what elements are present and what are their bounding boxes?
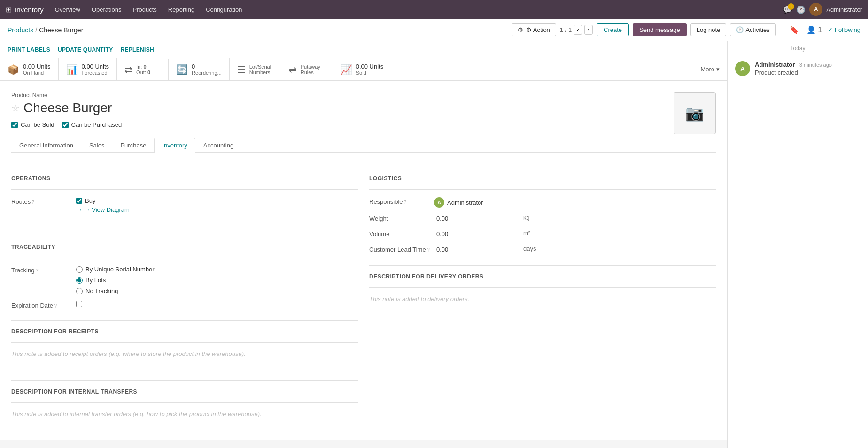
expiration-date-label: Expiration Date ? — [11, 301, 72, 309]
product-name-label: Product Name — [11, 92, 674, 99]
chatter-panel: Today A Administrator 3 minutes ago Prod… — [727, 41, 868, 448]
view-diagram-link[interactable]: → → View Diagram — [76, 206, 130, 213]
chat-icon[interactable]: 💬1 — [783, 5, 792, 14]
activities-button[interactable]: 🕐 Activities — [730, 23, 775, 36]
product-tabs: General Information Sales Purchase Inven… — [11, 138, 716, 153]
volume-unit: m³ — [523, 230, 530, 237]
stat-lot-serial[interactable]: ☰ Lot/Serial Numbers — [230, 59, 281, 80]
desc-delivery-input[interactable]: This note is added to delivery orders. — [369, 295, 716, 314]
weight-input[interactable] — [434, 214, 518, 223]
sold-value: 0.00 Units — [356, 63, 384, 70]
tab-purchase[interactable]: Purchase — [112, 138, 154, 153]
tracking-lots[interactable]: By Lots — [76, 277, 155, 284]
weight-unit: kg — [523, 214, 530, 221]
tracking-none[interactable]: No Tracking — [76, 287, 155, 294]
logistics-section-title: LOGISTICS — [369, 175, 716, 182]
tracking-serial[interactable]: By Unique Serial Number — [76, 266, 155, 273]
can-be-purchased-checkbox[interactable] — [62, 122, 69, 128]
traceability-section-title: TRACEABILITY — [11, 244, 358, 250]
favorite-icon[interactable]: ☆ — [11, 102, 20, 114]
putaway-label: Putaway — [301, 64, 320, 70]
product-title[interactable]: Cheese Burger — [23, 100, 112, 116]
stats-bar: 📦 0.00 Units On Hand 📊 0.00 Units Foreca… — [0, 58, 727, 81]
chatter-body: Administrator 3 minutes ago Product crea… — [755, 61, 860, 76]
gear-icon: ⚙ — [518, 26, 523, 33]
can-be-sold-label: Can be Sold — [21, 121, 54, 128]
responsible-name[interactable]: Administrator — [447, 199, 483, 206]
responsible-avatar: A — [434, 197, 444, 208]
stat-forecasted[interactable]: 📊 0.00 Units Forecasted — [59, 58, 117, 80]
buy-route-checkbox[interactable]: Buy — [76, 197, 130, 204]
transfer-icon: ⇄ — [124, 64, 132, 75]
desc-delivery-placeholder: This note is added to delivery orders. — [369, 295, 716, 302]
clock-icon[interactable]: 🕐 — [796, 5, 806, 14]
product-image[interactable]: 📷 — [674, 92, 716, 134]
camera-icon: 📷 — [685, 104, 704, 122]
product-header: Product Name ☆ Cheese Burger Can be Sold… — [11, 92, 716, 138]
expiration-date-checkbox[interactable] — [76, 301, 82, 307]
desc-internal-title: DESCRIPTION FOR INTERNAL TRANSFERS — [11, 388, 358, 395]
stat-reordering[interactable]: 🔄 0 Reordering... — [169, 58, 230, 80]
menu-reporting[interactable]: Reporting — [163, 0, 200, 19]
check-icon: ✓ — [828, 26, 833, 33]
tab-general-information[interactable]: General Information — [11, 138, 81, 153]
bookmark-icon[interactable]: 🔖 — [788, 23, 801, 36]
desc-receipts-input[interactable]: This note is added to receipt orders (e.… — [11, 350, 358, 369]
breadcrumb-parent[interactable]: Products — [8, 26, 33, 34]
prev-record-button[interactable]: ‹ — [574, 25, 582, 35]
tab-sales[interactable]: Sales — [81, 138, 113, 153]
create-button[interactable]: Create — [597, 23, 629, 36]
volume-field: Volume m³ — [369, 230, 716, 239]
action-button[interactable]: ⚙ ⚙ Action — [512, 23, 556, 36]
tracking-serial-radio[interactable] — [76, 266, 83, 273]
routes-value: Buy → → View Diagram — [76, 197, 130, 213]
next-record-button[interactable]: › — [584, 25, 593, 35]
desc-internal-placeholder: This note is added to internal transfer … — [11, 410, 358, 417]
chatter-time: 3 minutes ago — [799, 62, 832, 68]
following-button[interactable]: ✓ Following — [828, 26, 860, 33]
tracking-lots-radio[interactable] — [76, 277, 83, 284]
tab-inventory[interactable]: Inventory — [154, 138, 195, 153]
menu-overview[interactable]: Overview — [49, 0, 86, 19]
stat-on-hand[interactable]: 📦 0.00 Units On Hand — [0, 58, 59, 80]
breadcrumb-current: Cheese Burger — [39, 26, 83, 34]
volume-input[interactable] — [434, 230, 518, 239]
menu-products[interactable]: Products — [127, 0, 162, 19]
chatter-avatar: A — [735, 61, 750, 76]
tracking-none-radio[interactable] — [76, 288, 83, 294]
log-note-button[interactable]: Log note — [690, 23, 727, 36]
menu-operations[interactable]: Operations — [86, 0, 127, 19]
expiration-date-help-icon: ? — [54, 303, 57, 309]
send-message-button[interactable]: Send message — [633, 23, 687, 36]
checkbox-row: Can be Sold Can be Purchased — [11, 121, 674, 128]
responsible-value: A Administrator — [434, 197, 483, 208]
print-labels-button[interactable]: PRINT LABELS — [8, 46, 50, 53]
can-be-purchased-field[interactable]: Can be Purchased — [62, 121, 122, 128]
menu-configuration[interactable]: Configuration — [200, 0, 248, 19]
two-column-layout: OPERATIONS Routes ? Buy — [11, 175, 716, 429]
can-be-sold-checkbox[interactable] — [11, 122, 18, 128]
update-quantity-button[interactable]: UPDATE QUANTITY — [58, 46, 113, 53]
desc-internal-input[interactable]: This note is added to internal transfer … — [11, 410, 358, 429]
stat-units-sold[interactable]: 📈 0.00 Units Sold — [333, 58, 392, 80]
sold-icon: 📈 — [341, 64, 352, 75]
grid-icon: ⊞ — [6, 5, 12, 14]
replenish-button[interactable]: REPLENISH — [121, 46, 154, 53]
expiration-date-field: Expiration Date ? — [11, 301, 358, 309]
followers-icon[interactable]: 👤 1 — [805, 23, 824, 36]
right-column: LOGISTICS Responsible ? A Administrator — [369, 175, 716, 429]
routes-label: Routes ? — [11, 197, 72, 205]
responsible-label: Responsible ? — [369, 197, 430, 205]
tab-accounting[interactable]: Accounting — [195, 138, 241, 153]
stat-putaway[interactable]: ⇌ Putaway Rules — [281, 59, 333, 80]
more-stats[interactable]: More ▾ — [693, 61, 727, 77]
customer-lead-time-input[interactable] — [434, 245, 518, 254]
stat-in-out[interactable]: ⇄ In: 0 Out: 0 — [117, 59, 169, 80]
buy-checkbox[interactable] — [76, 198, 82, 204]
app-logo[interactable]: ⊞ Inventory — [6, 5, 44, 14]
user-avatar[interactable]: A — [809, 3, 822, 16]
can-be-sold-field[interactable]: Can be Sold — [11, 121, 54, 128]
desc-delivery-title: DESCRIPTION FOR DELIVERY ORDERS — [369, 273, 716, 280]
putaway-icon: ⇌ — [289, 64, 297, 75]
lead-time-help-icon: ? — [427, 247, 430, 253]
